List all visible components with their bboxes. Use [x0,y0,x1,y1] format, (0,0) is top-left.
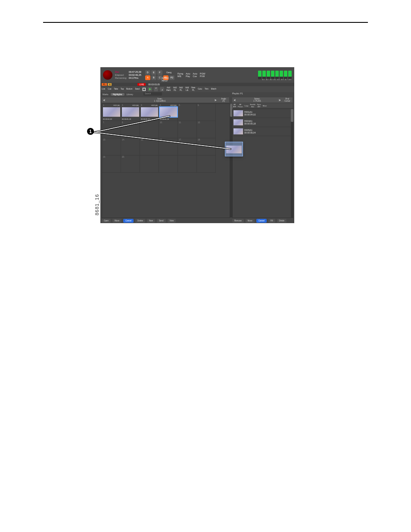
figure-label: 8681_16 [94,194,100,215]
seed-button[interactable]: Seed [134,88,141,90]
clip-index: 14. [122,139,125,141]
playlist-thumbnail [234,110,243,116]
playlist-name[interactable]: Select:1: PL001 [237,98,277,102]
empty-cell[interactable]: 14. [121,138,140,156]
auto-cue-switch[interactable]: AutoCue [193,72,197,78]
add-mark-button[interactable]: Add Mark [165,87,172,92]
remove-button[interactable]: Remove [232,219,244,223]
view-button[interactable]: View [168,219,176,223]
playlist-item[interactable]: H005(A)00:00:06,04 [233,127,293,136]
empty-cell[interactable]: 11. [178,121,197,138]
playlist-item[interactable]: H001(A)00:00:04,02 [233,109,293,118]
add-hl-button[interactable]: Add HL [172,87,178,92]
playlist-list: H001(A)00:00:04,02 H004(A)00:00:05,18 H0… [232,109,293,218]
empty-cell[interactable] [159,156,178,173]
playlist-thumbnail [234,128,243,134]
enable-aux-toggle[interactable]: Enable Aux [249,103,256,108]
cam-b-button[interactable]: B [151,75,156,80]
tab-library[interactable]: Library [125,93,135,96]
move-button[interactable]: Move [246,219,255,223]
cue-button[interactable]: Cue [106,88,112,90]
cam-a-button[interactable]: A [145,75,150,80]
mixer-toggle[interactable]: Mixer [262,105,268,107]
scroll-thumb[interactable] [291,109,293,122]
prev-playlist-button[interactable]: < [232,98,237,102]
empty-cell[interactable]: 19. [102,156,121,173]
new-button[interactable]: New [147,219,155,223]
goto-button[interactable]: Goto [196,88,203,90]
angle-selector[interactable]: Angle(A) [218,98,229,102]
sync-av-toggle[interactable]: Sync A/V [256,103,262,108]
new-pl-button[interactable]: New PL [190,87,196,92]
find-cursor-button[interactable]: FindCursor [282,98,293,102]
clip-index: 7. [103,121,105,124]
playlist-item[interactable]: H004(A)00:00:05,18 [233,118,293,127]
empty-cell[interactable] [197,156,216,173]
p1-chip[interactable]: P1 [102,83,107,86]
all-pause-toggle[interactable]: All Pause [237,103,243,108]
tab-playlist[interactable]: Playlist: P1 [232,92,243,95]
empty-cell[interactable]: 9. [140,121,159,138]
empty-cell[interactable]: 15. [140,138,159,156]
fill-button[interactable]: Fill [268,219,275,223]
cam-f-button[interactable]: F [157,70,162,75]
empty-cell[interactable]: 10. [159,121,178,138]
empty-cell[interactable]: 6. [197,104,216,121]
clip-index: 10. [160,121,162,124]
live-button[interactable]: Live [100,88,106,90]
mark-in-icon[interactable]: ⸢ [154,87,158,91]
empty-cell[interactable]: 12. [197,121,216,138]
tab-marks[interactable]: Marks [100,93,111,96]
selected-tc: 00:03:03,05 [148,83,159,86]
next-bin-button[interactable]: > [213,98,218,102]
clip-cell[interactable]: 2. H004(A) 00:00:05,18 [121,104,140,121]
send-button[interactable]: Send [157,219,166,223]
match-button[interactable]: Match [210,88,218,90]
bottom-button[interactable]: Bottom [125,88,134,90]
mark-out-icon[interactable]: ⸥ [160,87,164,91]
angle-chip[interactable]: A [108,83,112,86]
empty-cell[interactable] [140,156,159,173]
open-button[interactable]: Open [102,219,111,223]
cancel-button[interactable]: Cancel [123,219,134,223]
pgm-pvw-switch[interactable]: PGM/PVW [200,72,206,78]
playlist-thumbnail [234,119,243,125]
empty-cell[interactable]: 13. [102,138,121,156]
clip-cell-selected[interactable]: 4. H003(A) 00:00:04,26 [159,104,178,121]
take-button[interactable]: Take [113,88,120,90]
cam-e-button[interactable]: E [151,70,156,75]
auto-play-switch[interactable]: AutoPlay [186,72,190,78]
flying-me-switch[interactable]: FlyingM/E [177,72,183,78]
playlist-scrollbar[interactable] [291,109,293,218]
clip-cell[interactable]: 1. H001(A) 00:00:04,02 [102,104,121,121]
empty-cell[interactable]: 17. [178,138,197,156]
next-playlist-button[interactable]: > [277,98,282,102]
search-input[interactable]: Search [143,92,162,96]
trim-button[interactable]: Trim [203,88,210,90]
play-icon[interactable] [148,87,152,91]
meter-bar [258,71,262,79]
cam-d-button[interactable]: D [145,70,150,75]
clip-index: 17. [179,139,181,141]
meter-labels: A1 A2 A3 A4 A5 A6 A7 A8 [262,78,292,81]
bin-name[interactable]: Open:1: Dyno2Bin1 [107,98,213,102]
all-me-toggle[interactable]: All M/E [232,103,237,108]
clip-index: 13. [103,139,106,141]
clip-index: 1. [103,104,105,106]
empty-cell[interactable]: 5. [178,104,197,121]
stop-icon[interactable] [142,87,146,91]
delete-button[interactable]: Delete [135,219,145,223]
tab-highlights[interactable]: Highlights [111,93,125,96]
add-pl-button[interactable]: Add PL [178,87,184,92]
empty-cell[interactable] [178,156,197,173]
top-button[interactable]: Top [119,88,125,90]
prev-bin-button[interactable]: < [102,98,107,102]
divide-button[interactable]: Divide [277,219,287,223]
add-lib-button[interactable]: Add Lib [184,87,190,92]
loop-toggle[interactable]: Loop [243,105,249,107]
cancel-button[interactable]: Cancel [256,219,267,223]
move-button[interactable]: Move [112,219,121,223]
clip-index: 18. [198,139,200,141]
cam-p2-button[interactable]: P2 [169,75,174,80]
empty-cell[interactable]: 20. [121,156,140,173]
